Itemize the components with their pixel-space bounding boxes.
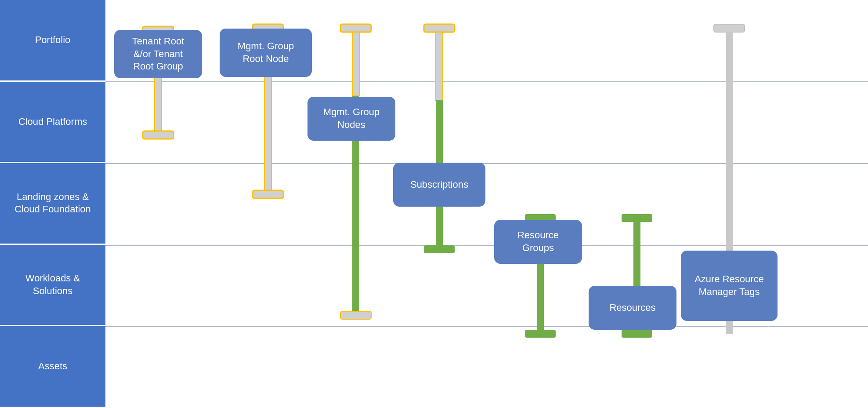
svg-rect-13	[424, 245, 455, 253]
node-subscriptions: Subscriptions	[393, 163, 485, 207]
sidebar-row-workloads: Workloads & Solutions	[0, 245, 105, 327]
main-area: Tenant Root &/or Tenant Root Group Mgmt.…	[105, 0, 868, 408]
svg-rect-10	[424, 24, 455, 32]
connector-subscriptions	[422, 24, 457, 270]
sidebar-label-workloads: Workloads & Solutions	[4, 272, 101, 297]
node-mgmt-group-root: Mgmt. Group Root Node	[220, 29, 312, 77]
divider-1	[105, 81, 868, 82]
divider-3	[105, 245, 868, 246]
sidebar-row-assets: Assets	[0, 326, 105, 408]
node-tenant-root: Tenant Root &/or Tenant Root Group	[114, 30, 202, 78]
svg-rect-2	[143, 131, 174, 139]
diagram-container: Portfolio Cloud Platforms Landing zones …	[0, 0, 868, 408]
node-resources: Resources	[589, 286, 676, 330]
sidebar-label-landing-zones: Landing zones & Cloud Foundation	[4, 191, 101, 216]
svg-rect-19	[622, 330, 652, 338]
svg-rect-6	[340, 24, 371, 32]
connector-mgmt-nodes	[338, 24, 373, 332]
svg-rect-17	[622, 214, 652, 222]
svg-rect-11	[436, 32, 443, 100]
node-mgmt-group-nodes: Mgmt. Group Nodes	[307, 97, 395, 141]
sidebar-row-portfolio: Portfolio	[0, 0, 105, 82]
sidebar-row-landing-zones: Landing zones & Cloud Foundation	[0, 163, 105, 245]
node-resource-groups: Resource Groups	[494, 220, 582, 264]
divider-2	[105, 163, 868, 164]
sidebar-label-portfolio: Portfolio	[35, 34, 71, 47]
svg-rect-16	[525, 330, 556, 338]
divider-4	[105, 326, 868, 327]
sidebar-label-cloud-platforms: Cloud Platforms	[18, 116, 87, 128]
svg-rect-9	[340, 311, 371, 319]
sidebar: Portfolio Cloud Platforms Landing zones …	[0, 0, 105, 408]
sidebar-row-cloud-platforms: Cloud Platforms	[0, 82, 105, 164]
svg-rect-5	[253, 190, 283, 198]
node-arm-tags: Azure Resource Manager Tags	[681, 251, 778, 321]
svg-rect-7	[352, 32, 359, 96]
sidebar-label-assets: Assets	[38, 360, 67, 373]
svg-rect-20	[714, 24, 745, 32]
